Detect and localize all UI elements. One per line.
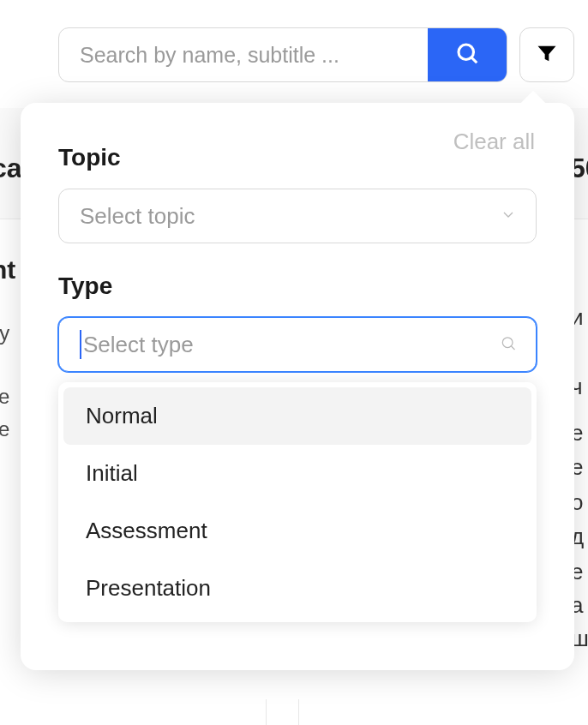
type-dropdown: Normal Initial Assessment Presentation bbox=[58, 382, 537, 622]
type-option[interactable]: Normal bbox=[63, 387, 531, 445]
filter-popover: Clear all Topic Select topic Type Select… bbox=[21, 103, 574, 670]
bg-fragment: ca bbox=[0, 153, 22, 184]
topic-select[interactable]: Select topic bbox=[58, 189, 537, 243]
search-box bbox=[58, 27, 507, 82]
bg-fragment: nt bbox=[0, 255, 15, 285]
column-divider bbox=[266, 699, 267, 725]
type-option[interactable]: Initial bbox=[63, 445, 531, 502]
type-select[interactable]: Select type bbox=[58, 317, 537, 372]
clear-all-button[interactable]: Clear all bbox=[453, 129, 535, 155]
type-label: Type bbox=[58, 273, 537, 300]
svg-line-3 bbox=[512, 346, 515, 350]
bg-fragment: ay n se ze bbox=[0, 317, 9, 445]
search-icon bbox=[500, 332, 517, 358]
topic-placeholder: Select topic bbox=[80, 203, 195, 230]
type-placeholder: Select type bbox=[83, 332, 194, 358]
text-caret bbox=[80, 330, 81, 359]
chevron-down-icon bbox=[500, 203, 517, 230]
search-input[interactable] bbox=[59, 28, 428, 81]
filter-button[interactable] bbox=[519, 27, 574, 82]
svg-point-2 bbox=[502, 338, 513, 348]
top-toolbar bbox=[58, 27, 574, 82]
funnel-icon bbox=[535, 41, 559, 69]
type-option[interactable]: Presentation bbox=[63, 560, 531, 617]
svg-line-1 bbox=[471, 57, 477, 63]
type-option[interactable]: Assessment bbox=[63, 502, 531, 560]
svg-point-0 bbox=[459, 45, 474, 60]
column-divider bbox=[298, 699, 299, 725]
search-icon bbox=[454, 40, 480, 69]
search-button[interactable] bbox=[428, 28, 507, 81]
